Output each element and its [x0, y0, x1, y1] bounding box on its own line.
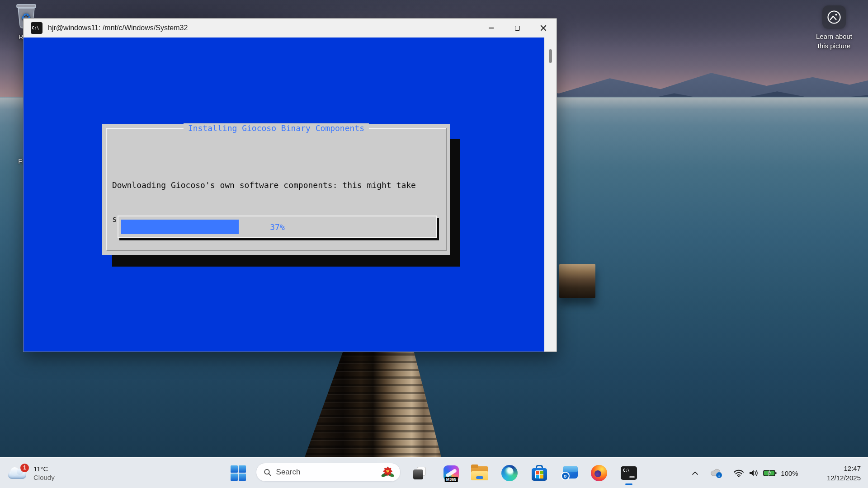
m365-copilot-icon: M365: [443, 465, 459, 481]
taskbar-file-explorer-button[interactable]: [470, 463, 490, 483]
dialog-title: Installing Giocoso Binary Components: [184, 123, 369, 133]
taskbar-outlook-button[interactable]: o: [559, 463, 579, 483]
poinsettia-seasonal-icon: [381, 465, 395, 480]
clock[interactable]: 12:47 12/12/2025: [808, 463, 861, 483]
battery-percent: 100%: [781, 469, 798, 477]
maximize-icon: [515, 26, 520, 31]
m365-badge: M365: [445, 477, 458, 482]
close-button[interactable]: [530, 19, 557, 38]
tray-time: 12:47: [844, 464, 861, 473]
picture-icon: [822, 5, 846, 29]
wallpaper-dock-post: [559, 264, 595, 298]
cloud-shape: [8, 471, 26, 479]
file-explorer-icon: [471, 466, 488, 480]
desktop-screen: ♻ Recy Fir Learn about this picture C:\_…: [0, 0, 868, 488]
outlook-icon: o: [561, 466, 578, 480]
edge-icon: [501, 465, 518, 481]
weather-cloud-icon: 1: [7, 465, 28, 481]
tray-network-volume-battery-button[interactable]: 100%: [728, 466, 804, 480]
running-indicator: [625, 483, 632, 485]
learn-about-picture-button[interactable]: Learn about this picture: [813, 5, 855, 50]
weather-condition: Cloudy: [33, 473, 55, 482]
chevron-up-icon: [692, 471, 698, 475]
microsoft-store-icon: [532, 465, 547, 481]
weather-widget[interactable]: 1 11°C Cloudy: [7, 461, 55, 485]
terminal-prompt-glyph: C:\: [623, 469, 629, 473]
installer-dialog: Installing Giocoso Binary Components Dow…: [102, 124, 450, 255]
terminal-titlebar[interactable]: C:\_ hjr@windows11: /mnt/c/Windows/Syste…: [24, 19, 557, 38]
terminal-titlebar-icon: C:\_: [31, 22, 42, 34]
dialog-message-line1: Downloading Giocoso's own software compo…: [112, 179, 416, 191]
taskbar-m365-copilot-button[interactable]: M365: [441, 463, 461, 483]
maximize-button[interactable]: [504, 19, 530, 38]
close-icon: [540, 25, 547, 31]
task-view-icon: [411, 465, 428, 481]
search-box[interactable]: [256, 463, 401, 482]
terminal-window: C:\_ hjr@windows11: /mnt/c/Windows/Syste…: [23, 18, 557, 352]
taskbar-microsoft-store-button[interactable]: [529, 463, 549, 483]
tray-cloud-info-button[interactable]: i: [708, 466, 725, 480]
windows-logo-icon: [231, 465, 246, 481]
taskbar: 1 11°C Cloudy: [0, 457, 868, 488]
volume-icon: [748, 469, 759, 478]
notification-badge: 1: [20, 464, 29, 472]
wifi-icon: [733, 469, 744, 478]
tray-show-hidden-icons-button[interactable]: [688, 466, 702, 480]
minimize-icon: [489, 28, 494, 28]
scrollbar-thumb[interactable]: [549, 49, 552, 63]
terminal-scrollbar[interactable]: [544, 38, 557, 352]
task-view-button[interactable]: [410, 463, 429, 483]
tray-date: 12/12/2025: [827, 473, 861, 483]
weather-temperature: 11°C: [33, 465, 55, 473]
progress-gauge: 37%: [118, 216, 437, 238]
progress-percent-label: 37%: [118, 222, 436, 232]
taskbar-firefox-button[interactable]: [589, 463, 609, 483]
start-button[interactable]: [228, 465, 248, 482]
cloud-info-icon: i: [710, 468, 723, 479]
minimize-button[interactable]: [478, 19, 504, 38]
search-icon: [264, 468, 272, 477]
search-input[interactable]: [276, 468, 376, 477]
firefox-taskbar-icon: [591, 465, 607, 481]
taskbar-terminal-button-active[interactable]: C:\: [617, 460, 641, 486]
terminal-app-icon: C:\: [621, 466, 637, 480]
learn-about-label-line1: Learn about: [813, 33, 855, 40]
terminal-content[interactable]: Installing Giocoso Binary Components Dow…: [24, 38, 557, 352]
learn-about-label-line2: this picture: [813, 42, 855, 50]
taskbar-edge-button[interactable]: [500, 463, 519, 483]
battery-charging-icon: [763, 469, 777, 477]
terminal-window-title: hjr@windows11: /mnt/c/Windows/System32: [48, 24, 188, 32]
